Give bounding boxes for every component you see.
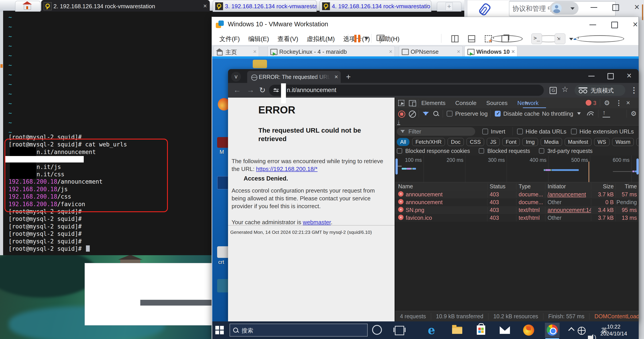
menu-item[interactable]: 编辑(E): [248, 35, 269, 43]
chip-all[interactable]: All: [397, 138, 410, 146]
chrome-maximize-button[interactable]: [605, 71, 616, 80]
background-window[interactable]: [84, 263, 213, 325]
more-tabs-icon[interactable]: »: [525, 99, 528, 106]
chip-wasm[interactable]: Wasm: [612, 138, 634, 146]
unity-mode-button[interactable]: [500, 35, 510, 43]
tab-close-icon[interactable]: ×: [457, 48, 460, 55]
devtools-tab-elements[interactable]: Elements: [421, 100, 445, 107]
chrome-close-button[interactable]: ×: [624, 71, 634, 80]
menu-item[interactable]: 虚拟机(M): [307, 35, 335, 43]
devtools-settings-icon[interactable]: ⚙: [604, 99, 612, 106]
network-overview-timeline[interactable]: 100 ms200 ms300 ms400 ms500 ms600 ms: [395, 155, 639, 182]
edge-taskbar-button[interactable]: e: [426, 323, 441, 337]
explorer-taskbar-button[interactable]: [450, 323, 464, 337]
url-bar[interactable]: n.it/announcement: [269, 85, 544, 96]
devtools-tab-console[interactable]: Console: [455, 100, 476, 107]
tab-close-icon[interactable]: ×: [334, 73, 338, 81]
host-maximize-button[interactable]: [611, 3, 620, 11]
bookmark-star-icon[interactable]: ☆: [562, 85, 568, 94]
chip-doc[interactable]: Doc: [448, 138, 464, 146]
checkbox-blocked-response-cookies[interactable]: Blocked response cookies: [397, 148, 470, 154]
host-minimize-button[interactable]: [590, 3, 598, 11]
stretch-dropdown-icon[interactable]: [569, 38, 573, 40]
vmware-tab-Windows 10[interactable]: Windows 10×: [464, 46, 517, 57]
site-settings-icon[interactable]: [272, 87, 280, 94]
host-close-button[interactable]: ×: [632, 3, 641, 11]
tab-close-icon[interactable]: ×: [512, 48, 515, 55]
import-har-icon[interactable]: ↑: [602, 110, 610, 117]
chip-css[interactable]: CSS: [466, 138, 484, 146]
forward-button[interactable]: →: [247, 86, 254, 94]
column-header-size[interactable]: Size: [591, 183, 616, 190]
taskbar-search-box[interactable]: 搜索: [230, 324, 368, 336]
taskbar-clock[interactable]: 10:22 2024/10/14: [600, 323, 627, 337]
chip-ws[interactable]: WS: [594, 138, 610, 146]
devtools-tab-sources[interactable]: Sources: [486, 100, 508, 107]
show-library-button[interactable]: [450, 35, 460, 43]
tab-close-icon[interactable]: ×: [425, 3, 428, 10]
filter-input[interactable]: Filter: [397, 127, 475, 136]
chip-media[interactable]: Media: [541, 138, 562, 146]
devtools-kebab-icon[interactable]: ⋮: [616, 99, 623, 106]
browser-tab[interactable]: ERROR: The requested URL c ×: [247, 71, 341, 83]
console-view-button[interactable]: >_: [531, 34, 542, 44]
snapshot-revert-button[interactable]: [412, 35, 421, 43]
translate-icon[interactable]: [550, 87, 557, 94]
chip-other[interactable]: Other: [636, 138, 639, 146]
error-count-badge[interactable]: ×3: [584, 100, 596, 106]
search-icon[interactable]: [433, 111, 441, 118]
tab-close-icon[interactable]: ×: [389, 48, 392, 55]
mail-taskbar-button[interactable]: [498, 323, 512, 337]
chip-fetch/xhr[interactable]: Fetch/XHR: [412, 138, 445, 146]
profile-button[interactable]: [550, 2, 578, 15]
task-view-taskbar-button[interactable]: [392, 323, 406, 337]
new-tab-button[interactable]: +: [346, 72, 351, 82]
new-session-tab-button[interactable]: +: [437, 2, 462, 12]
stretch-guest-button[interactable]: ⇲: [555, 34, 566, 44]
network-conditions-icon[interactable]: [587, 111, 594, 115]
column-header-status[interactable]: Status: [487, 183, 516, 190]
grab-input-button[interactable]: [376, 35, 385, 43]
desktop-icon-fragment-folder[interactable]: [253, 60, 267, 68]
snapshot-take-button[interactable]: [398, 35, 407, 43]
throttling-select[interactable]: No throttling: [542, 110, 573, 117]
home-tab[interactable]: [15, 1, 40, 12]
volume-tray-icon[interactable]: [588, 336, 591, 339]
vmware-maximize-button[interactable]: [610, 21, 619, 29]
table-row[interactable]: ×favicon.ico403text/htmlOther3.7 kB13 ms: [395, 214, 639, 222]
checkbox-3rd-party-requests[interactable]: 3rd-party requests: [539, 148, 592, 154]
menu-item[interactable]: 文件(F): [219, 35, 240, 43]
invert-checkbox[interactable]: [482, 129, 488, 134]
export-har-icon[interactable]: ↓: [397, 119, 400, 125]
vmware-tab-主页[interactable]: 主页×: [214, 46, 259, 57]
network-settings-icon[interactable]: ⚙: [631, 110, 638, 117]
table-row[interactable]: ×announcement403docume.../announcement3.…: [395, 191, 639, 198]
device-toolbar-icon[interactable]: [409, 99, 416, 107]
filter-toggle-icon[interactable]: [423, 111, 430, 119]
inspect-element-icon[interactable]: [398, 99, 406, 107]
cortana-button[interactable]: [372, 325, 382, 335]
network-table-header[interactable]: NameStatusTypeInitiatorSizeTime: [395, 182, 639, 191]
fullscreen-button[interactable]: [484, 35, 493, 43]
back-button[interactable]: ←: [233, 86, 241, 94]
vmware-close-button[interactable]: ×: [631, 21, 640, 29]
vm-power-pause-button[interactable]: [354, 35, 361, 42]
tray-expand-icon[interactable]: [568, 327, 574, 333]
session-tab-3[interactable]: 3. 192.168.126.134 rock-vmwaresta×: [213, 0, 317, 12]
clear-network-log-button[interactable]: [409, 111, 416, 118]
network-tray-icon[interactable]: [578, 327, 586, 335]
vmware-minimize-button[interactable]: [588, 21, 598, 29]
tab-close-icon[interactable]: ×: [310, 3, 314, 10]
devtools-close-icon[interactable]: ×: [626, 99, 634, 106]
tab-close-icon[interactable]: ×: [253, 48, 256, 55]
terminal-window[interactable]: ~~~~~~~~~~~~~ [root@mysql-2 squid]# [roo…: [3, 12, 212, 255]
chip-manifest[interactable]: Manifest: [565, 138, 592, 146]
menu-kebab-icon[interactable]: ⋮: [630, 86, 638, 95]
column-header-time[interactable]: Time: [616, 183, 639, 190]
vmware-tab-RockeyLinux - 4 - maraidb[interactable]: RockeyLinux - 4 - maraidb×: [268, 46, 395, 57]
timeline-handle-right[interactable]: [636, 158, 639, 175]
preserve-log-checkbox[interactable]: [447, 111, 452, 117]
chip-font[interactable]: Font: [502, 138, 520, 146]
checkbox-blocked-requests[interactable]: Blocked requests: [479, 148, 530, 154]
menu-item[interactable]: 查看(V): [278, 35, 298, 43]
